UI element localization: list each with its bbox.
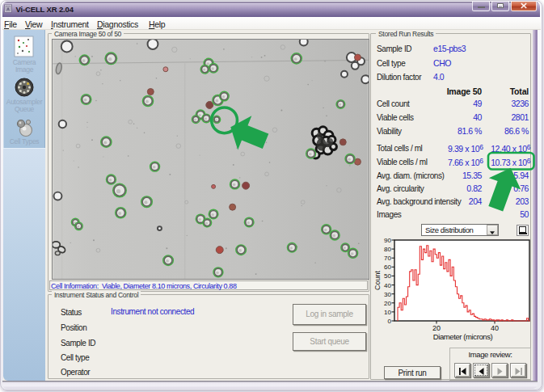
- svg-text:40: 40: [491, 324, 499, 332]
- svg-text:60: 60: [384, 263, 391, 271]
- svg-text:30: 30: [384, 291, 391, 298]
- svg-text:70: 70: [384, 255, 391, 262]
- svg-text:90: 90: [384, 237, 391, 244]
- svg-text:10: 10: [384, 309, 391, 316]
- svg-text:20: 20: [432, 324, 441, 332]
- svg-text:0: 0: [388, 318, 392, 325]
- svg-text:50: 50: [384, 272, 391, 280]
- svg-text:Count: Count: [373, 271, 382, 291]
- svg-text:40: 40: [384, 282, 391, 289]
- svg-text:80: 80: [384, 246, 391, 253]
- svg-text:20: 20: [384, 300, 391, 307]
